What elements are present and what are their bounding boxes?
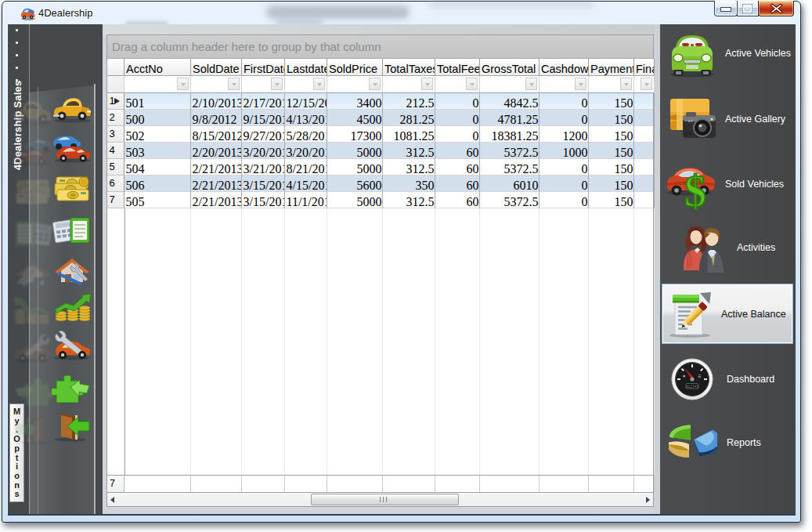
- svg-text:6.2: 6.2: [688, 119, 693, 123]
- svg-text:☰: ☰: [698, 374, 702, 378]
- svg-text:012345: 012345: [686, 385, 699, 389]
- svg-text:$: $: [684, 167, 706, 210]
- svg-text:♥: ♥: [683, 374, 685, 378]
